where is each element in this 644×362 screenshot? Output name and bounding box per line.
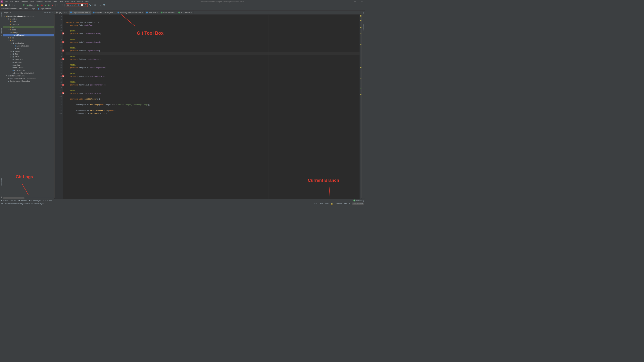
menu-view[interactable]: View bbox=[14, 0, 20, 3]
status-readonly-icon[interactable]: 🔒 bbox=[331, 203, 333, 205]
menu-help[interactable]: Help bbox=[84, 0, 90, 3]
close-button[interactable]: ✕ bbox=[361, 1, 363, 3]
git-rollback-icon[interactable]: ↶ bbox=[84, 4, 87, 6]
profile-icon[interactable]: ◉▾ bbox=[48, 4, 51, 6]
editor-gutter[interactable]: 15161718192021◆222324◆252627◆282930◆3132… bbox=[54, 15, 63, 199]
tree-item[interactable]: ▶⊞< JavaSE-1.8 > C:\Users\hanz... bbox=[3, 77, 54, 80]
tree-item[interactable]: ■workflow.md bbox=[3, 34, 54, 36]
coverage-icon[interactable]: ▶ bbox=[44, 4, 47, 6]
menu-analyze[interactable]: Analyze bbox=[35, 0, 44, 3]
menu-window[interactable]: Window bbox=[76, 0, 84, 3]
stripe-database[interactable]: Database bbox=[363, 23, 364, 31]
tree-item[interactable]: ▶▣model bbox=[3, 50, 54, 53]
run-config-selector[interactable]: ▶Main▾ bbox=[26, 4, 36, 6]
editor-tab[interactable]: RegisterController.java× bbox=[91, 11, 116, 14]
status-memory[interactable]: 514 of 970M bbox=[352, 202, 364, 205]
menu-file[interactable]: File bbox=[4, 0, 9, 3]
btab-terminal[interactable]: ▣ Terminal bbox=[18, 199, 27, 201]
tree-item[interactable]: ■Main bbox=[3, 48, 54, 50]
minimize-button[interactable]: — bbox=[354, 1, 356, 3]
layout-icon[interactable]: ▭ bbox=[99, 4, 102, 6]
run-icon[interactable]: ▶ bbox=[37, 4, 39, 6]
menu-vcs[interactable]: VCS bbox=[70, 0, 76, 3]
back-icon[interactable]: ← bbox=[14, 4, 16, 6]
stripe-project[interactable]: 1: Project bbox=[1, 11, 3, 19]
stripe-ant[interactable]: Ant bbox=[363, 11, 364, 15]
editor-tab[interactable]: .gitignore× bbox=[54, 11, 69, 14]
status-tab[interactable]: Tab bbox=[344, 203, 347, 205]
status-trash-icon[interactable]: 🗑 bbox=[349, 203, 350, 205]
build-icon[interactable]: ⚒ bbox=[22, 4, 25, 6]
tree-item[interactable]: ▶■.github bbox=[3, 18, 54, 20]
tree-item[interactable]: ■README.md bbox=[3, 69, 54, 72]
tree-item[interactable]: ■.classpath bbox=[3, 58, 54, 61]
project-tree[interactable]: ▼ ■ SecondHandMarket D:\CPS\Cou... ▶■.gi… bbox=[3, 14, 54, 197]
tree-item[interactable]: ■build.fxbuild bbox=[3, 66, 54, 69]
status-encoding[interactable]: GBK bbox=[325, 203, 329, 205]
menu-code[interactable]: Code bbox=[29, 0, 35, 3]
forward-icon[interactable]: → bbox=[17, 4, 20, 6]
btab-run[interactable]: ▶ 4: Run bbox=[1, 199, 8, 201]
tree-item[interactable]: ■application.css bbox=[3, 45, 54, 47]
tree-item[interactable]: ■.gitignore bbox=[3, 61, 54, 63]
save-icon[interactable]: 💾 bbox=[5, 4, 7, 6]
close-icon[interactable]: × bbox=[89, 11, 90, 13]
tree-item[interactable]: ▶▣view bbox=[3, 56, 54, 58]
crumb-0[interactable]: SecondHandMarket bbox=[1, 8, 17, 10]
crumb-4[interactable]: LoginController bbox=[37, 8, 52, 10]
locate-icon[interactable]: ⊕ bbox=[44, 11, 46, 13]
crumb-1[interactable]: src bbox=[19, 8, 22, 10]
stripe-favorites[interactable]: 2: Favorites bbox=[1, 177, 3, 187]
btab-git[interactable]: ⎇ 9: Git bbox=[10, 199, 16, 201]
tree-item[interactable]: ▶■lib bbox=[3, 37, 54, 39]
tree-root[interactable]: ▼ ■ SecondHandMarket D:\CPS\Cou... bbox=[3, 15, 54, 17]
editor-tab[interactable]: Main.java× bbox=[145, 11, 159, 14]
close-icon[interactable]: × bbox=[191, 12, 192, 14]
tree-item[interactable]: ■.settings bbox=[3, 23, 54, 26]
t2-icon[interactable]: ⬚ bbox=[60, 4, 63, 6]
tree-item[interactable]: ■Scratches and Consoles bbox=[3, 80, 54, 82]
t1-icon[interactable]: ⬚ bbox=[57, 4, 59, 6]
close-icon[interactable]: × bbox=[157, 12, 158, 14]
menu-refactor[interactable]: Refactor bbox=[44, 0, 53, 3]
editor-code[interactable]: public class LoginController { private M… bbox=[63, 15, 359, 199]
tree-item[interactable]: ■SecondHandMarket.iml bbox=[3, 72, 54, 74]
tree-item[interactable]: ▼⊞External Libraries bbox=[3, 74, 54, 77]
crumb-3[interactable]: Login bbox=[30, 8, 35, 10]
tree-item[interactable]: ▼■docs bbox=[3, 28, 54, 31]
status-caret[interactable]: 28:1 bbox=[313, 203, 317, 205]
stop-icon[interactable]: ■ bbox=[51, 4, 54, 6]
tree-item[interactable]: ■.project bbox=[3, 64, 54, 66]
tree-item[interactable]: ▶■imgs bbox=[3, 31, 54, 34]
menu-build[interactable]: Build bbox=[52, 0, 58, 3]
collapse-icon[interactable]: ⇔ bbox=[47, 11, 48, 13]
maximize-button[interactable]: ▢ bbox=[358, 1, 359, 3]
menu-edit[interactable]: Edit bbox=[9, 0, 14, 3]
open-icon[interactable]: 📂 bbox=[1, 4, 4, 6]
tree-item[interactable]: ■.idea bbox=[3, 20, 54, 23]
editor-tab[interactable]: workflow.md× bbox=[177, 11, 194, 14]
close-icon[interactable]: × bbox=[174, 12, 175, 14]
tree-scrollbar[interactable] bbox=[3, 197, 54, 199]
tree-item[interactable]: ▶▣Tool bbox=[3, 53, 54, 55]
favorites-star-icon[interactable]: ★ bbox=[1, 195, 2, 199]
menu-navigate[interactable]: Navigate bbox=[20, 0, 29, 3]
editor-tab[interactable]: shoppingCartController.java× bbox=[116, 11, 145, 14]
close-icon[interactable]: × bbox=[142, 12, 143, 14]
menu-tools[interactable]: Tools bbox=[64, 0, 70, 3]
tree-item[interactable]: ▼■src bbox=[3, 39, 54, 42]
status-branch[interactable]: master bbox=[335, 203, 342, 205]
search-icon[interactable]: 🔍 bbox=[103, 4, 106, 6]
crumb-2[interactable]: view bbox=[24, 8, 28, 10]
git-compare-icon[interactable]: ⇅ bbox=[77, 4, 80, 6]
menu-run[interactable]: Run bbox=[59, 0, 64, 3]
git-commit-icon[interactable]: ✔ bbox=[74, 4, 76, 6]
close-icon[interactable]: × bbox=[66, 12, 67, 14]
btab-eventlog[interactable]: 2Event Log bbox=[353, 199, 364, 201]
tree-item[interactable]: ▼▣application bbox=[3, 42, 54, 44]
tree-item[interactable]: ■bin bbox=[3, 26, 54, 28]
gear-icon[interactable]: ⚙ bbox=[49, 11, 51, 13]
git-update-icon[interactable]: ✓↙ bbox=[70, 4, 73, 6]
btab-todo[interactable]: ☑ 6: TODO bbox=[43, 199, 52, 201]
editor-tab[interactable]: LoginController.java× bbox=[69, 11, 92, 14]
